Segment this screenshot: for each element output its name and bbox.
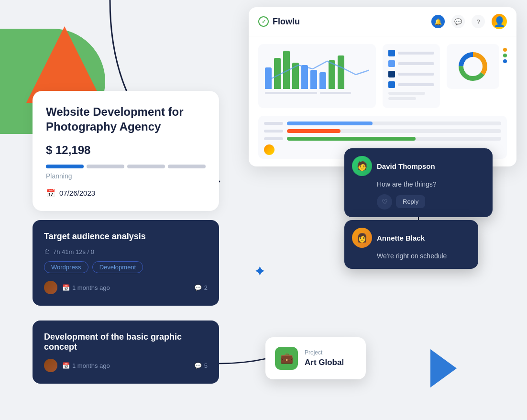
- calendar-icon: 📅: [46, 188, 55, 198]
- dark-task-card-2: Development of the basic graphic concept…: [33, 321, 219, 384]
- david-avatar: 🧑: [352, 156, 372, 176]
- david-comment-text: How are the things?: [377, 180, 485, 189]
- gantt-row-1: [264, 122, 501, 125]
- gantt-label-3: [264, 137, 283, 140]
- task-footer-left-2: 📅 1 months ago: [44, 359, 110, 372]
- david-name: David Thompson: [377, 162, 435, 170]
- list-text-2: [398, 62, 434, 65]
- task-time: ⏱ 7h 41m 12s / 0: [44, 248, 208, 255]
- dot-blue: [503, 59, 507, 63]
- david-comment-actions: ♡ Reply: [377, 194, 485, 210]
- task-date: 📅 07/26/2023: [46, 188, 206, 198]
- main-container: ✦ Flowlu 🔔 💬 ? 👤: [0, 0, 527, 420]
- project-info: Project Art Global: [305, 349, 344, 367]
- skel-1: [265, 92, 317, 94]
- nav-icons: 🔔 💬 ? 👤: [431, 14, 507, 29]
- reply-button[interactable]: Reply: [396, 195, 425, 208]
- bullet-3: [388, 71, 395, 77]
- list-skeletons: [388, 92, 434, 100]
- flowlu-header: Flowlu 🔔 💬 ? 👤: [249, 7, 516, 36]
- gantt-fill-2: [287, 129, 340, 133]
- task-user-avatar-1: [44, 281, 57, 294]
- comment-icon-1: 💬: [194, 284, 202, 291]
- project-card[interactable]: 💼 Project Art Global: [265, 337, 366, 379]
- list-row-4: [388, 81, 434, 88]
- white-task-card: Website Development for Photography Agen…: [33, 91, 219, 211]
- comments-count-1: 2: [204, 284, 208, 291]
- bell-icon[interactable]: 🔔: [431, 15, 445, 28]
- task-amount: $ 12,198: [46, 144, 206, 157]
- annette-avatar: 👩: [352, 228, 372, 248]
- comments-count-2: 5: [204, 362, 208, 369]
- gantt-bar-container-3: [287, 137, 501, 141]
- list-text-1: [398, 52, 434, 55]
- skel-line-2: [388, 97, 416, 100]
- gantt-label-2: [264, 130, 283, 133]
- three-dots-menu[interactable]: [503, 48, 507, 63]
- white-task-title: Website Development for Photography Agen…: [46, 104, 206, 134]
- bullet-4: [388, 81, 395, 88]
- skel-line-1: [388, 92, 425, 95]
- heart-button[interactable]: ♡: [377, 194, 392, 210]
- david-comment-header: 🧑 David Thompson: [352, 156, 485, 176]
- flowlu-logo: Flowlu: [258, 16, 300, 27]
- bullet-1: [388, 50, 395, 56]
- list-row-2: [388, 60, 434, 67]
- donut-section: [447, 44, 507, 108]
- tags-row: Wordpress Development: [44, 261, 208, 273]
- list-panel: [383, 44, 440, 108]
- gantt-bar-container-1: [287, 122, 501, 125]
- task-date-2: 📅 1 months ago: [62, 362, 110, 369]
- star-decoration: ✦: [253, 262, 266, 280]
- dashboard-content: [249, 36, 516, 116]
- project-label: Project: [305, 349, 344, 356]
- user-face: 👤: [492, 14, 507, 29]
- chat-icon[interactable]: 💬: [451, 15, 465, 28]
- task-comments-1: 💬 2: [194, 284, 208, 291]
- list-row-3: [388, 71, 434, 77]
- comment-icon-2: 💬: [194, 362, 202, 369]
- task-comments-2: 💬 5: [194, 362, 208, 369]
- donut-chart-area: [447, 44, 499, 89]
- time-value: 7h 41m 12s / 0: [53, 248, 94, 255]
- progress-empty-1: [87, 165, 124, 168]
- chart-skeleton: [265, 92, 369, 94]
- annette-comment-header: 👩 Annette Black: [352, 228, 471, 248]
- tag-wordpress[interactable]: Wordpress: [44, 261, 88, 273]
- flowlu-dashboard-card: Flowlu 🔔 💬 ? 👤: [249, 7, 516, 166]
- david-face: 🧑: [357, 161, 367, 171]
- progress-filled: [46, 165, 84, 168]
- dark-task-title-1: Target audience analysis: [44, 232, 208, 242]
- months-ago-2: 1 months ago: [72, 362, 110, 369]
- progress-empty-3: [168, 165, 206, 168]
- tag-development[interactable]: Development: [92, 261, 143, 273]
- annette-face: 👩: [357, 232, 367, 243]
- gantt-fill-3: [287, 137, 416, 141]
- task-footer-2: 📅 1 months ago 💬 5: [44, 359, 208, 372]
- help-icon[interactable]: ?: [472, 15, 485, 28]
- line-chart-svg: [265, 51, 369, 89]
- list-text-4: [398, 83, 434, 86]
- gantt-fill-1: [287, 122, 373, 125]
- project-icon: 💼: [275, 347, 298, 370]
- comment-bubble-annette: 👩 Annette Black We're right on schedule: [344, 220, 478, 269]
- calendar-icon-2: 📅: [62, 284, 70, 291]
- user-avatar[interactable]: 👤: [492, 14, 507, 29]
- dark-task-title-2: Development of the basic graphic concept: [44, 332, 208, 352]
- annette-comment-text: We're right on schedule: [377, 252, 471, 261]
- annette-name: Annette Black: [377, 234, 425, 242]
- gantt-label-1: [264, 122, 283, 125]
- bar-chart-area: [258, 44, 376, 108]
- small-avatar-1: [264, 144, 274, 155]
- skel-2: [320, 92, 351, 94]
- project-name: Art Global: [305, 358, 344, 367]
- task-footer-1: 📅 1 months ago 💬 2: [44, 281, 208, 294]
- date-value: 07/26/2023: [59, 189, 95, 197]
- dark-task-card-1: Target audience analysis ⏱ 7h 41m 12s / …: [33, 220, 219, 306]
- gantt-bar-container-2: [287, 129, 501, 133]
- timer-icon: ⏱: [44, 248, 50, 255]
- task-date-1: 📅 1 months ago: [62, 284, 110, 291]
- months-ago-1: 1 months ago: [72, 284, 110, 291]
- bullet-2: [388, 60, 395, 67]
- donut-svg: [456, 50, 490, 83]
